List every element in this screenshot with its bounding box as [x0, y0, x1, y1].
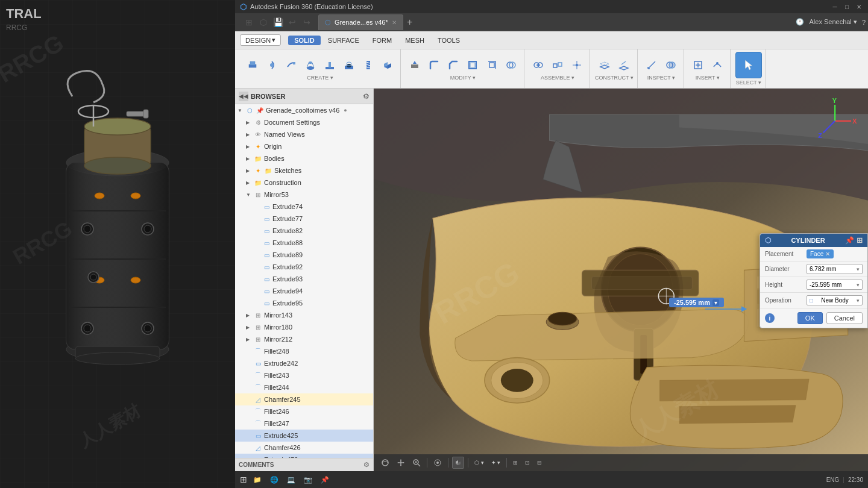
modify-combine-btn[interactable] [502, 57, 520, 74]
vp-grid-btn[interactable]: ⊞ [511, 458, 520, 467]
tree-item-extrude93[interactable]: ▭ Extrude93 [235, 273, 373, 285]
cancel-btn[interactable]: Cancel [826, 312, 863, 324]
tree-item-extrude77[interactable]: ▭ Extrude77 [235, 213, 373, 225]
assemble-joint-btn[interactable] [529, 57, 547, 74]
tree-item-chamfer245[interactable]: ◿ Chamfer245 [235, 393, 373, 405]
tree-item-extrude89[interactable]: ▭ Extrude89 [235, 249, 373, 261]
tree-item-doc-settings[interactable]: ▶ ⚙ Document Settings [235, 116, 373, 128]
tab-tools[interactable]: TOOLS [432, 36, 466, 45]
construct-angle-plane-btn[interactable] [615, 57, 633, 74]
vp-snap-btn[interactable]: ⊡ [523, 458, 532, 467]
create-thread-btn[interactable] [359, 57, 377, 74]
user-name[interactable]: Alex Senechal ▾ [809, 18, 857, 26]
tree-item-bodies[interactable]: ▶ 📁 Bodies [235, 152, 373, 164]
tree-item-named-views[interactable]: ▶ 👁 Named Views [235, 128, 373, 140]
tree-item-origin[interactable]: ▶ ✦ Origin [235, 140, 373, 152]
ok-btn[interactable]: OK [797, 312, 823, 324]
modify-shell-btn[interactable] [464, 57, 482, 74]
tree-item-extrude74[interactable]: ▭ Extrude74 [235, 201, 373, 213]
tree-item-fillet244[interactable]: ⌒ Fillet244 [235, 381, 373, 393]
create-rib-btn[interactable] [321, 57, 339, 74]
browser-collapse-btn[interactable]: ◀◀ [239, 92, 248, 101]
placement-chip[interactable]: Face ✕ [807, 249, 834, 258]
tree-item-mirror53[interactable]: ▼ ⊞ Mirror53 [235, 189, 373, 201]
tree-item-extrude82[interactable]: ▭ Extrude82 [235, 225, 373, 237]
app-menu-btn[interactable]: ⊞ [242, 16, 256, 29]
placement-clear-btn[interactable]: ✕ [825, 251, 830, 257]
minimize-btn[interactable]: ─ [831, 2, 839, 11]
vp-zoom-btn[interactable] [410, 457, 423, 468]
tree-item-mirror143[interactable]: ▶ ⊞ Mirror143 [235, 309, 373, 321]
panel-expand-btn[interactable]: ⊞ [857, 236, 863, 245]
construct-offset-plane-btn[interactable] [596, 57, 614, 74]
height-value-field[interactable]: -25.595 mm ▾ [807, 280, 863, 290]
maximize-btn[interactable]: □ [843, 2, 851, 11]
design-dropdown[interactable]: DESIGN ▾ [240, 34, 281, 46]
browser-settings-btn[interactable]: ⚙ [363, 92, 370, 101]
vp-pan-btn[interactable] [394, 457, 407, 468]
dimension-arrow-btn[interactable]: ▾ [712, 299, 719, 306]
assemble-origin-btn[interactable] [568, 57, 586, 74]
tab-close-btn[interactable]: ✕ [392, 19, 397, 26]
inspect-interference-btn[interactable] [662, 57, 680, 74]
create-hole-btn[interactable] [340, 57, 358, 74]
tree-item-extrude92[interactable]: ▭ Extrude92 [235, 261, 373, 273]
help-btn[interactable]: ? [862, 19, 866, 26]
tree-item-fillet243[interactable]: ⌒ Fillet243 [235, 369, 373, 381]
tab-form[interactable]: FORM [366, 36, 398, 45]
vp-display-mode-btn[interactable]: ⬡ ▾ [472, 458, 486, 467]
assemble-asbuilt-btn[interactable] [549, 57, 567, 74]
select-btn[interactable] [735, 52, 762, 78]
create-sweep-btn[interactable] [282, 57, 300, 74]
create-extrude-btn[interactable] [244, 57, 262, 74]
diameter-value-field[interactable]: 6.782 mm ▾ [807, 264, 863, 274]
tree-item-chamfer426[interactable]: ◿ Chamfer426 [235, 442, 373, 454]
tab-solid[interactable]: SOLID [288, 36, 321, 45]
create-revolve-btn[interactable] [263, 57, 281, 74]
taskbar-camera[interactable]: 📷 [301, 475, 315, 485]
new-tab-btn[interactable]: + [403, 16, 417, 29]
create-loft-btn[interactable] [301, 57, 319, 74]
close-btn[interactable]: ✕ [855, 2, 863, 11]
modify-press-pull-btn[interactable] [406, 57, 424, 74]
browser-bottom-settings-btn[interactable]: ⚙ [363, 461, 370, 469]
inspect-measure-btn[interactable] [643, 57, 661, 74]
viewport[interactable]: RRCG 人人素材 X Y Z -25.595 mm [374, 89, 868, 471]
start-btn[interactable]: ⊞ [240, 475, 247, 484]
panel-pin-btn[interactable]: 📌 [845, 236, 854, 245]
modify-chamfer-btn[interactable] [444, 57, 462, 74]
tree-item-extrude94[interactable]: ▭ Extrude94 [235, 285, 373, 297]
tree-item-mirror180[interactable]: ▶ ⊞ Mirror180 [235, 321, 373, 333]
redo-btn[interactable]: ↪ [300, 16, 313, 29]
tab-grenade[interactable]: ⬡ Grenade...es v46* ✕ [318, 14, 403, 30]
tree-item-fillet246[interactable]: ⌒ Fillet246 [235, 405, 373, 418]
save-btn[interactable]: 💾 [271, 16, 285, 29]
vp-orbit-btn[interactable] [379, 457, 392, 468]
tree-item-mirror212[interactable]: ▶ ⊞ Mirror212 [235, 333, 373, 345]
modify-fillet-btn[interactable] [425, 57, 443, 74]
cylinder-info-btn[interactable]: i [765, 313, 775, 323]
modify-scale-btn[interactable] [483, 57, 501, 74]
taskbar-cmd[interactable]: 💻 [285, 475, 298, 485]
tree-item-extrude95[interactable]: ▭ Extrude95 [235, 297, 373, 309]
tree-item-construction[interactable]: ▶ 📁 Construction [235, 177, 373, 189]
taskbar-file-manager[interactable]: 📁 [251, 475, 264, 485]
tree-item-extrude425[interactable]: ▭ Extrude425 [235, 430, 373, 442]
tree-item-extrude88[interactable]: ▭ Extrude88 [235, 237, 373, 249]
tree-item-extrude470[interactable]: ▭ Extrude470 [235, 454, 373, 458]
tree-item-fillet248[interactable]: ⌒ Fillet248 [235, 345, 373, 357]
tab-surface[interactable]: SURFACE [322, 36, 365, 45]
operation-value-field[interactable]: □ New Body ▾ [807, 295, 863, 305]
insert-svg-btn[interactable] [708, 57, 726, 74]
tree-item-sketches[interactable]: ▶ ✦ 📁 Sketches [235, 164, 373, 177]
dimension-label[interactable]: -25.595 mm ▾ [669, 298, 724, 307]
taskbar-browser[interactable]: 🌐 [268, 475, 281, 485]
vp-effects-btn[interactable]: ✦ ▾ [489, 458, 503, 467]
vp-section-analysis-btn[interactable]: ⊟ [535, 458, 544, 467]
taskbar-pin[interactable]: 📌 [318, 475, 332, 485]
tree-item-extrude242[interactable]: ▭ Extrude242 [235, 357, 373, 369]
tree-item-fillet247[interactable]: ⌒ Fillet247 [235, 418, 373, 430]
insert-mcmaster-btn[interactable] [689, 57, 707, 74]
vp-view-cube-btn[interactable] [452, 457, 464, 469]
undo-btn[interactable]: ↩ [286, 16, 299, 29]
